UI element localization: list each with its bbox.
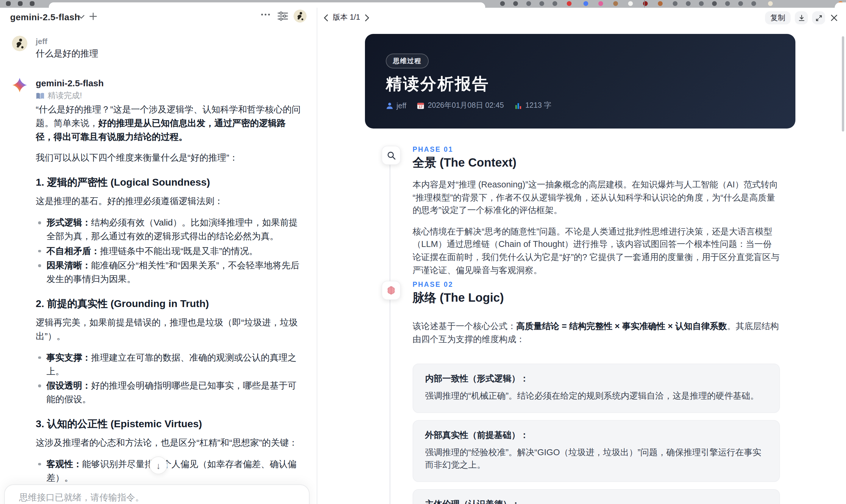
menubar-icon[interactable] — [567, 1, 571, 6]
menubar-icon[interactable] — [513, 1, 518, 6]
assistant-message-body: “什么是好的推理？”这是一个涉及逻辑学、认知科学和哲学核心的问题。简单来说，好的… — [36, 103, 302, 504]
report-viewer-panel: 版本 1/1 复制 思维过程 精读分析报告 — [317, 8, 846, 504]
meta-date: 17 2026年01月08日 02:45 — [417, 101, 504, 111]
phase-title: 全景 (The Context) — [412, 155, 780, 171]
list-item: 客观性：能够识别并尽量排除个人偏见（如幸存者偏差、确认偏差）。 — [36, 457, 302, 485]
bullet-dot — [38, 265, 41, 267]
calendar-icon: 17 — [417, 102, 425, 109]
paragraph: 逻辑再完美，如果前提是错误的，推理也是垃圾（即“垃圾进，垃圾出”）。 — [36, 316, 302, 343]
menubar-separator — [644, 0, 645, 8]
menubar-icon[interactable] — [768, 1, 773, 6]
menubar-strip — [0, 0, 846, 8]
assistant-model-name: gemini-2.5-flash — [36, 78, 104, 88]
bullet-dot — [38, 250, 41, 252]
paragraph: “什么是好的推理？”这是一个涉及逻辑学、认知科学和哲学核心的问题。简单来说，好的… — [36, 103, 302, 144]
menubar-icon[interactable] — [699, 1, 704, 6]
menubar-icon[interactable] — [628, 1, 633, 6]
user-message-text: 什么是好的推理 — [36, 48, 98, 59]
app-window: gemini-2.5-flash — [0, 0, 846, 504]
list-item: 不自相矛盾：推理链条中不能出现“既是又非”的情况。 — [36, 244, 302, 258]
paragraph: 这是推理的基石。好的推理必须遵循逻辑法则： — [36, 195, 302, 209]
section-heading: 1. 逻辑的严密性 (Logical Soundness) — [36, 176, 302, 189]
book-icon — [36, 92, 45, 100]
menubar-icon[interactable] — [613, 1, 618, 6]
phase1-tile — [382, 146, 401, 165]
model-selector[interactable]: gemini-2.5-flash — [10, 12, 80, 22]
list-item: 事实支撑：推理建立在可靠的数据、准确的观测或公认的真理之上。 — [36, 351, 302, 378]
menubar-icon[interactable] — [583, 1, 588, 6]
phase-section-2: PHASE 02 脉络 (The Logic) 该论述基于一个核心公式：高质量结… — [382, 281, 797, 504]
section-heading: 2. 前提的真实性 (Grounding in Truth) — [36, 298, 302, 311]
menubar-icon[interactable] — [526, 1, 531, 6]
chevron-down-icon[interactable] — [78, 15, 85, 19]
menubar-icon[interactable] — [500, 1, 505, 6]
report-badge: 思维过程 — [386, 54, 429, 68]
message-input[interactable]: 思维接口已就绪，请传输指令。 — [4, 484, 310, 504]
window-corner — [835, 2, 846, 8]
viewer-header: 版本 1/1 复制 — [317, 8, 846, 28]
scrollbar-thumb[interactable] — [842, 36, 844, 131]
report-meta: jeff 17 2026年01月08日 02:45 1213 字 — [386, 101, 551, 111]
paragraph: 我们可以从以下四个维度来衡量什么是“好的推理”： — [36, 151, 302, 165]
download-icon — [797, 14, 805, 22]
chevron-left-icon[interactable] — [323, 14, 328, 21]
menubar-icon[interactable] — [18, 1, 23, 6]
user-avatar[interactable] — [294, 10, 306, 23]
phase-section-1: PHASE 01 全景 (The Context) 本内容是对“推理 (Reas… — [382, 146, 797, 277]
menubar-icon[interactable] — [30, 1, 35, 6]
phase-paragraph: 本内容是对“推理 (Reasoning)”这一抽象概念的高层建模。在知识爆炸与人… — [412, 179, 780, 217]
chat-header: gemini-2.5-flash — [0, 8, 317, 27]
settings-sliders-icon[interactable] — [278, 11, 288, 21]
chevron-right-icon[interactable] — [365, 14, 370, 21]
person-icon — [386, 102, 393, 109]
close-icon — [830, 14, 838, 21]
bar-chart-icon — [515, 102, 523, 109]
meta-word-count: 1213 字 — [515, 101, 551, 111]
new-chat-button[interactable] — [89, 13, 97, 20]
dimension-card: 外部真实性（前提基础）： 强调推理的“经验校准”。解决“GIGO（垃圾进，垃圾出… — [412, 420, 780, 482]
phase-label: PHASE 01 — [412, 146, 780, 153]
report-title: 精读分析报告 — [386, 73, 489, 95]
arrow-down-icon: ↓ — [156, 460, 161, 470]
paragraph: 这涉及推理者的心态和方法论，也是区分“杠精”和“思想家”的关键： — [36, 436, 302, 450]
fullscreen-button[interactable] — [812, 11, 825, 24]
address-bar[interactable] — [49, 2, 485, 8]
menubar-icon[interactable] — [751, 1, 756, 6]
download-button[interactable] — [795, 11, 808, 24]
menubar-icon[interactable] — [658, 1, 663, 6]
list-item: 因果清晰：能准确区分“相关性”和“因果关系”，不会轻率地将先后发生的事情归为因果… — [36, 259, 302, 286]
menubar-icon[interactable] — [552, 1, 557, 6]
message-author: jeff — [36, 37, 47, 46]
copy-button[interactable]: 复制 — [765, 11, 791, 24]
menubar-icon[interactable] — [540, 1, 544, 6]
close-button[interactable] — [829, 13, 839, 23]
version-label: 版本 1/1 — [333, 13, 360, 23]
menubar-icon[interactable] — [643, 1, 648, 6]
input-placeholder: 思维接口已就绪，请传输指令。 — [19, 492, 144, 503]
phase-label: PHASE 02 — [412, 281, 780, 288]
assistant-status: 精读完成! — [36, 90, 82, 101]
scroll-to-bottom-button[interactable]: ↓ — [149, 456, 167, 474]
menubar-icon[interactable] — [738, 1, 743, 6]
phase-title: 脉络 (The Logic) — [412, 290, 780, 306]
brain-icon — [386, 285, 396, 296]
version-navigator: 版本 1/1 — [323, 13, 370, 23]
menubar-icon[interactable] — [712, 1, 717, 6]
jeff-avatar — [12, 36, 28, 51]
dimension-card: 主体伦理（认识美德）： 转向推理者的心理特征。引入奥卡姆剃刀和反向论证，旨在克服… — [412, 489, 780, 504]
section-heading: 3. 认知的公正性 (Epistemic Virtues) — [36, 418, 302, 431]
dimension-card: 内部一致性（形式逻辑）： 强调推理的“机械正确”。结论必须在给定的规则系统内逻辑… — [412, 364, 780, 413]
svg-text:17: 17 — [419, 105, 423, 109]
dimension-cards: 内部一致性（形式逻辑）： 强调推理的“机械正确”。结论必须在给定的规则系统内逻辑… — [412, 364, 780, 504]
phase-paragraph: 核心情境在于解决“思考的随意性”问题。不论是人类通过批判性思维进行决策，还是大语… — [412, 226, 780, 277]
meta-author: jeff — [386, 102, 406, 110]
menubar-icon[interactable] — [598, 1, 603, 6]
menubar-icon[interactable] — [686, 1, 691, 6]
report-hero-card: 思维过程 精读分析报告 jeff 17 2026年01月08日 02:45 12… — [365, 34, 795, 128]
menubar-icon[interactable] — [725, 1, 730, 6]
more-options-icon[interactable] — [261, 13, 270, 16]
menubar-icon[interactable] — [673, 1, 677, 6]
expand-icon — [815, 14, 823, 22]
chat-panel: gemini-2.5-flash — [0, 8, 317, 504]
menubar-icon[interactable] — [6, 1, 11, 6]
